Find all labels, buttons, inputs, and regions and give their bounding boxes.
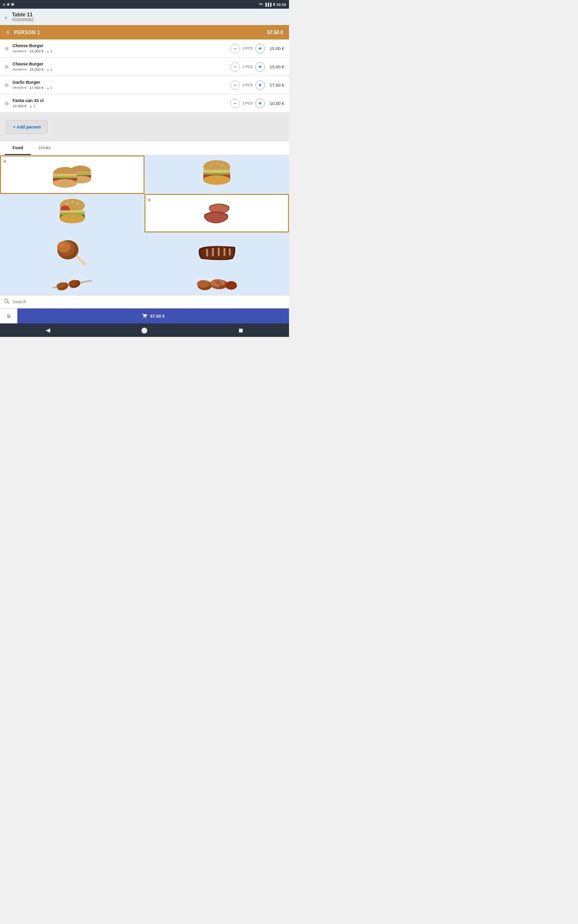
chevron-up-icon: ∧ — [6, 29, 10, 36]
item-original-price: 30.000 € — [13, 49, 26, 53]
order-number: #20000082 — [12, 17, 34, 22]
svg-rect-39 — [218, 247, 220, 256]
item-current-price: 15.000 € — [29, 49, 43, 53]
back-button[interactable]: ‹ — [3, 13, 9, 22]
svg-rect-40 — [223, 248, 225, 256]
person-header-left: ∧ PERSON 1 — [6, 29, 40, 36]
food-image-grill — [195, 271, 238, 295]
layers-icon: ◈ — [3, 158, 7, 164]
top-header: ‹ Table 11 #20000082 — [0, 9, 289, 25]
recent-nav-button[interactable]: ◼ — [238, 327, 243, 334]
order-item: Cheese Burger 30.000 € 15.000 € 1 − 1 PC… — [0, 58, 289, 76]
food-image-meat — [197, 199, 236, 228]
item-prices: 35.000 € 17.500 € 1 — [13, 86, 226, 90]
food-item-ribs[interactable] — [144, 232, 289, 271]
home-nav-button[interactable]: ⬤ — [141, 327, 147, 334]
status-bar: A ◉ ▣ ▾▾ ▐▐▐ ▮ 10:16 — [0, 0, 289, 9]
svg-point-30 — [77, 203, 79, 204]
item-name: Garlic Burger — [13, 80, 226, 85]
svg-point-48 — [197, 280, 210, 288]
item-controls: − 1 PCS + — [230, 80, 265, 90]
table-info: Table 11 #20000082 — [12, 12, 34, 22]
svg-point-36 — [59, 243, 65, 247]
decrease-qty-button[interactable]: − — [230, 80, 240, 90]
item-status-dot — [5, 47, 9, 51]
food-image-kebab — [51, 271, 94, 295]
svg-point-29 — [71, 201, 73, 202]
status-bar-right-icons: ▾▾ ▐▐▐ ▮ 10:16 — [259, 2, 286, 7]
tabs-container: Food Drinks — [0, 141, 289, 155]
search-input[interactable] — [13, 299, 285, 304]
svg-point-32 — [82, 261, 87, 266]
app-icon: A — [3, 3, 5, 6]
person-header[interactable]: ∧ PERSON 1 57.50 € — [0, 25, 289, 39]
item-controls: − 1 PCS + — [230, 62, 265, 72]
item-course: 1 — [29, 104, 35, 108]
battery-icon: ▮ — [273, 2, 275, 6]
bottom-bar: ≡ 57.50 € — [0, 308, 289, 323]
item-course: 1 — [46, 49, 52, 53]
item-name: Fanta can 33 cl — [13, 98, 226, 103]
cart-icon — [142, 313, 147, 320]
food-item-kebab[interactable] — [0, 271, 144, 295]
search-icon — [4, 298, 10, 305]
cart-checkout-button[interactable]: 57.50 € — [17, 308, 289, 323]
wifi-icon: ▾▾ — [259, 2, 263, 6]
increase-qty-button[interactable]: + — [255, 80, 265, 90]
tab-food[interactable]: Food — [5, 141, 31, 155]
qty-label: 1 PCS — [242, 83, 253, 87]
decrease-qty-button[interactable]: − — [230, 99, 240, 108]
food-item-meat-slices[interactable]: ◈ — [144, 194, 289, 232]
person-label: PERSON 1 — [14, 30, 40, 35]
svg-point-35 — [57, 241, 71, 253]
item-course: 1 — [46, 67, 52, 72]
food-image-chicken — [54, 236, 91, 268]
increase-qty-button[interactable]: + — [255, 44, 265, 53]
food-item-grill[interactable] — [144, 271, 289, 295]
notification-icon: ◉ — [7, 2, 10, 6]
svg-point-57 — [144, 317, 144, 318]
item-line-total: 10.00 € — [269, 101, 284, 106]
item-original-price: 30.000 € — [13, 67, 26, 72]
increase-qty-button[interactable]: + — [255, 62, 265, 72]
search-bar — [0, 295, 289, 308]
layers-icon-2: ◈ — [147, 197, 151, 202]
item-details: Fanta can 33 cl 10.000 € 1 — [13, 98, 226, 108]
item-line-total: 17.50 € — [269, 83, 284, 88]
svg-point-18 — [203, 175, 230, 185]
qty-label: 1 PCS — [242, 46, 253, 51]
item-status-dot — [5, 83, 9, 87]
order-items-list: Cheese Burger 30.000 € 15.000 € 1 − 1 PC… — [0, 39, 289, 113]
item-details: Cheese Burger 30.000 € 15.000 € 1 — [13, 43, 226, 53]
item-line-total: 15.00 € — [269, 64, 284, 69]
navigation-bar: ◀ ⬤ ◼ — [0, 323, 289, 337]
item-line-total: 15.00 € — [269, 46, 284, 51]
food-item-burgers-multi[interactable]: ◈ — [0, 155, 144, 194]
decrease-qty-button[interactable]: − — [230, 62, 240, 72]
item-prices: 30.000 € 15.000 € 1 — [13, 67, 226, 72]
back-nav-button[interactable]: ◀ — [46, 327, 50, 334]
food-item-burger-single-1[interactable] — [144, 155, 289, 194]
food-item-burger-single-2[interactable] — [0, 194, 144, 232]
item-original-price: 35.000 € — [13, 86, 26, 90]
increase-qty-button[interactable]: + — [255, 99, 265, 108]
gray-section: + Add person — [0, 113, 289, 141]
item-name: Cheese Burger — [13, 43, 226, 48]
svg-rect-14 — [203, 170, 230, 173]
food-item-chicken-leg[interactable] — [0, 232, 144, 271]
svg-point-58 — [145, 317, 146, 318]
food-grid: ◈ — [0, 155, 289, 295]
table-name: Table 11 — [12, 12, 34, 17]
person-total: 57.50 € — [267, 30, 283, 35]
status-time: 10:16 — [276, 2, 286, 7]
svg-line-55 — [8, 302, 9, 304]
decrease-qty-button[interactable]: − — [230, 44, 240, 53]
add-person-button[interactable]: + Add person — [6, 120, 48, 134]
qty-label: 1 PCS — [242, 101, 253, 105]
menu-button[interactable]: ≡ — [0, 308, 17, 323]
svg-point-28 — [66, 203, 68, 204]
tab-drinks[interactable]: Drinks — [31, 141, 59, 155]
svg-point-19 — [210, 165, 212, 166]
item-prices: 30.000 € 15.000 € 1 — [13, 49, 226, 53]
food-image-ribs — [197, 237, 237, 266]
